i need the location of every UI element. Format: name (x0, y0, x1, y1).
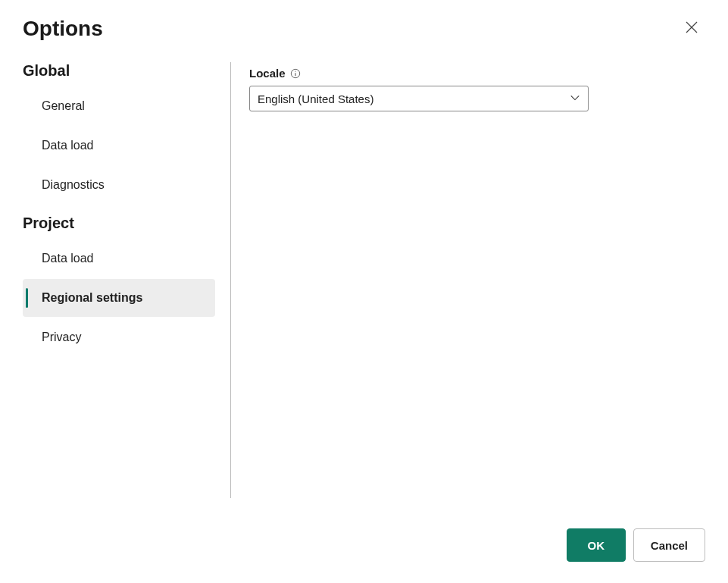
nav-item-privacy[interactable]: Privacy (23, 318, 215, 356)
section-header-project: Project (23, 205, 215, 238)
nav-item-label: Diagnostics (42, 178, 105, 191)
svg-point-4 (295, 71, 295, 71)
dialog-title: Options (23, 17, 705, 41)
locale-select[interactable]: English (United States) (249, 86, 589, 111)
close-button[interactable] (683, 20, 701, 38)
button-row: OK Cancel (567, 528, 705, 562)
main-panel: Locale English (United States) (249, 62, 705, 498)
cancel-button[interactable]: Cancel (633, 528, 705, 562)
nav-item-global-data-load[interactable]: Data load (23, 127, 215, 165)
section-header-global: Global (23, 62, 215, 86)
nav-item-label: Data load (42, 252, 94, 265)
vertical-divider (230, 62, 231, 498)
close-icon (686, 21, 698, 36)
locale-label-row: Locale (249, 67, 705, 80)
nav-item-regional-settings[interactable]: Regional settings (23, 279, 215, 317)
nav-item-label: General (42, 99, 85, 112)
content-area: Global General Data load Diagnostics Pro… (23, 62, 705, 498)
nav-item-label: Regional settings (42, 291, 142, 304)
nav-item-general[interactable]: General (23, 87, 215, 125)
ok-button-label: OK (588, 539, 605, 552)
cancel-button-label: Cancel (651, 539, 688, 552)
ok-button[interactable]: OK (567, 528, 626, 562)
nav-item-label: Privacy (42, 331, 81, 343)
sidebar: Global General Data load Diagnostics Pro… (23, 62, 230, 498)
nav-item-diagnostics[interactable]: Diagnostics (23, 166, 215, 204)
locale-select-value: English (United States) (258, 92, 373, 105)
nav-item-project-data-load[interactable]: Data load (23, 240, 215, 277)
options-dialog: Options Global General Data load Diagnos… (0, 0, 728, 583)
nav-item-label: Data load (42, 139, 94, 152)
locale-label: Locale (249, 67, 286, 80)
chevron-down-icon (570, 92, 580, 105)
info-icon[interactable] (290, 67, 302, 79)
